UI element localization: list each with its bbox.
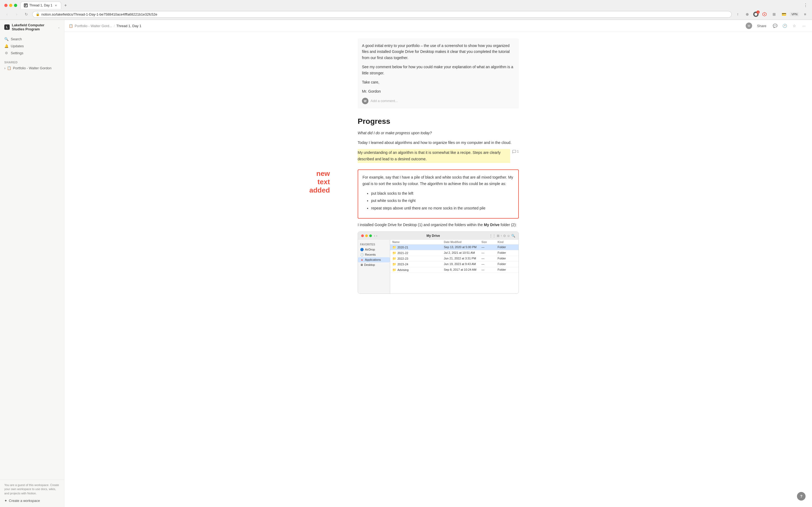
sidebar-item-settings[interactable]: ⚙ Settings: [2, 49, 62, 56]
sidebar-item-updates-label: Updates: [11, 44, 23, 48]
row-date: Jul 2, 2021 at 10:51 AM: [444, 251, 481, 255]
finder-emoji-button[interactable]: ☺: [507, 234, 510, 238]
app-container: L Lakefield Computer Studies Program ⌄ 🔍…: [0, 20, 812, 507]
shield-count: 1: [756, 10, 760, 14]
row-name: 2021-22: [397, 251, 408, 255]
menu-button[interactable]: ≡: [801, 10, 809, 18]
desktop-label: Desktop: [364, 263, 375, 266]
finder-grid-view-button[interactable]: ⊞: [497, 234, 500, 238]
row-date: Sep 8, 2017 at 10:24 AM: [444, 268, 481, 272]
forward-button[interactable]: ›: [13, 10, 20, 18]
folder-icon: 📁: [392, 257, 396, 261]
active-tab[interactable]: Thread 1, Day 1 ✕: [20, 2, 61, 9]
finder-row-2020-21[interactable]: 📁2020-21 Sep 13, 2020 at 5:00 PM — Folde…: [390, 245, 519, 250]
folder-icon: 📁: [392, 262, 396, 266]
comment-button[interactable]: 💬: [771, 22, 779, 30]
create-workspace-button[interactable]: ✦ Create a workspace: [4, 498, 60, 504]
bell-icon: 🔔: [4, 44, 9, 48]
svg-rect-3: [25, 6, 26, 6]
row-name: 2020-21: [397, 246, 408, 249]
applications-label: Applications: [365, 258, 381, 261]
finder-sidebar-recents[interactable]: 🕐 Recents: [358, 252, 390, 257]
finder-close-light[interactable]: [361, 234, 364, 237]
bullet-list: put black socks to the left put white so…: [367, 190, 514, 212]
finder-view-options-button[interactable]: ⋮⋮: [489, 234, 496, 238]
close-traffic-light[interactable]: [4, 4, 7, 7]
avatar: W: [746, 22, 752, 29]
more-options-button[interactable]: ···: [800, 22, 808, 30]
finder-row-advising[interactable]: 📁Advising Sep 8, 2017 at 10:24 AM — Fold…: [390, 267, 519, 273]
finder-sidebar-applications[interactable]: 🔺 Applications: [358, 257, 390, 262]
breadcrumb-parent[interactable]: Portfolio - Walter Gord...: [75, 24, 112, 28]
col-name: Name: [392, 241, 444, 243]
history-button[interactable]: 🕐: [781, 22, 789, 30]
folder-icon: 📁: [392, 268, 396, 272]
wallet-button[interactable]: 💳: [780, 10, 788, 18]
share-page-button[interactable]: ↑: [734, 10, 741, 18]
refresh-button[interactable]: ↻: [22, 10, 30, 18]
comment-block: A good initial entry to your portfolio –…: [358, 39, 519, 109]
para2-start: I installed Google Drive for Desktop (1)…: [358, 223, 484, 227]
maximize-traffic-light[interactable]: [14, 4, 17, 7]
new-tab-button[interactable]: +: [62, 2, 69, 9]
col-size: Size: [481, 241, 498, 243]
finder-traffic-lights: [361, 234, 372, 237]
finder-share-button[interactable]: ↑: [501, 234, 502, 238]
recents-label: Recents: [365, 253, 375, 256]
favorite-button[interactable]: ☆: [791, 22, 798, 30]
bookmark-button[interactable]: ⊕: [744, 10, 751, 18]
annotation-line-1: new: [309, 169, 330, 178]
finder-row-2021-22[interactable]: 📁2021-22 Jul 2, 2021 at 10:51 AM — Folde…: [390, 250, 519, 256]
create-workspace-label: Create a workspace: [9, 499, 40, 503]
row-size: —: [481, 262, 498, 266]
lock-icon: 🔒: [36, 12, 40, 16]
extension-icon[interactable]: [761, 10, 768, 18]
sidebar-item-portfolio[interactable]: › 📋 Portfolio - Walter Gordon: [0, 65, 64, 71]
tab-close-button[interactable]: ✕: [54, 3, 58, 7]
sidebar-item-search-label: Search: [11, 37, 22, 41]
comment-para-1: A good initial entry to your portfolio –…: [362, 43, 515, 61]
workspace-name: Lakefield Computer Studies Program: [12, 23, 56, 31]
row-name: 2023-24: [397, 263, 408, 266]
comment-para-4: Mr. Gordon: [362, 88, 515, 94]
url-input-container[interactable]: 🔒 notion.so/lakefieldcs/Thread-1-Day-1-b…: [32, 11, 732, 18]
minimize-traffic-light[interactable]: [9, 4, 12, 7]
comment-input[interactable]: Add a comment...: [370, 99, 515, 103]
workspace-header[interactable]: L Lakefield Computer Studies Program ⌄: [0, 20, 64, 35]
finder-tag-button[interactable]: ⊙: [503, 234, 506, 238]
sidebar-item-search[interactable]: 🔍 Search: [2, 36, 62, 43]
finder-table-header: Name Date Modified Size Kind: [390, 240, 519, 245]
page-content: A good initial entry to your portfolio –…: [64, 32, 812, 507]
row-size: —: [481, 268, 498, 272]
finder-row-2022-23[interactable]: 📁2022-23 Jun 21, 2022 at 3:31 PM — Folde…: [390, 256, 519, 262]
highlighted-text-row: My understanding of an algorithm is that…: [358, 149, 519, 166]
workspace-icon: L: [4, 24, 10, 30]
annotation-new-text: new text added: [309, 169, 330, 195]
comment-para-3: Take care,: [362, 79, 515, 85]
vpn-button[interactable]: VPN: [790, 12, 799, 16]
share-button[interactable]: Share: [754, 23, 769, 29]
row-size: —: [481, 257, 498, 261]
finder-toolbar-actions: ⋮⋮ ⊞ ↑ ⊙ ☺ 🔍: [489, 234, 515, 238]
page-header: 📋 Portfolio - Walter Gord... / Thread 1,…: [64, 20, 812, 32]
finder-back-button[interactable]: ‹: [374, 234, 375, 238]
finder-forward-button[interactable]: ›: [376, 234, 377, 238]
col-date: Date Modified: [444, 241, 481, 243]
finder-sidebar-desktop[interactable]: 🖥 Desktop: [358, 262, 390, 267]
comment-count-indicator[interactable]: 1: [512, 150, 519, 153]
finder-row-2023-24[interactable]: 📁2023-24 Jun 19, 2023 at 9:43 AM — Folde…: [390, 262, 519, 267]
search-icon: 🔍: [4, 37, 9, 41]
finder-maximize-light[interactable]: [369, 234, 372, 237]
back-button[interactable]: ‹: [3, 10, 11, 18]
browser-chrome: Thread 1, Day 1 ✕ + ⋮ ‹ › ↻ 🔒 notion.so/…: [0, 0, 812, 20]
finder-minimize-light[interactable]: [365, 234, 368, 237]
sidebar-footer-text: You are a guest of this workspace. Creat…: [4, 483, 60, 496]
shield-badge[interactable]: 1: [753, 11, 759, 17]
finder-search-button[interactable]: 🔍: [511, 234, 515, 238]
help-button[interactable]: ?: [797, 492, 806, 501]
reader-view-button[interactable]: ⊞: [770, 10, 778, 18]
sidebar-item-updates[interactable]: 🔔 Updates: [2, 43, 62, 49]
finder-sidebar-airdrop[interactable]: 🔵 AirDrop: [358, 247, 390, 252]
comment-avatar: W: [362, 98, 368, 104]
row-kind: Folder: [498, 245, 516, 249]
